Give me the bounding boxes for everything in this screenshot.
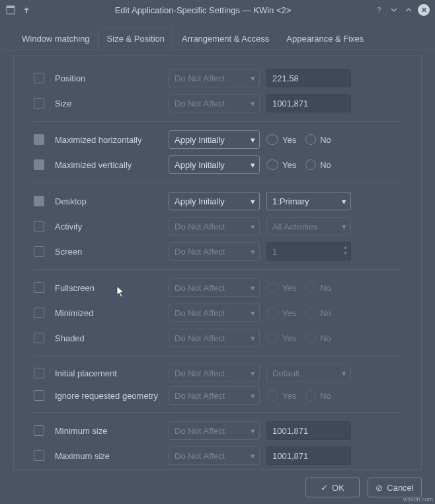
fullscreen-label: Fullscreen	[51, 283, 162, 293]
cancel-button[interactable]: ⊘Cancel	[368, 478, 422, 497]
position-label: Position	[51, 73, 162, 83]
shaded-checkbox[interactable]	[34, 333, 44, 343]
ignoregeom-rule-select: Do Not Affect▾	[169, 386, 260, 405]
fullscreen-no-radio	[305, 282, 316, 293]
shaded-no-radio	[305, 333, 316, 343]
maxsize-rule-select: Do Not Affect▾	[169, 446, 260, 465]
desktop-checkbox[interactable]	[34, 196, 44, 206]
desktop-rule-select[interactable]: Apply Initially▾	[169, 192, 260, 210]
tab-size-position[interactable]: Size & Position	[99, 28, 173, 50]
svg-rect-1	[7, 6, 15, 8]
maxh-no-radio[interactable]	[305, 134, 316, 145]
ignoregeom-label: Ignore requested geometry	[51, 391, 162, 401]
shaded-label: Shaded	[51, 333, 162, 343]
minimized-rule-select: Do Not Affect▾	[169, 304, 260, 322]
check-icon: ✓	[321, 483, 328, 493]
ignoregeom-yes-radio	[266, 390, 278, 401]
screen-label: Screen	[51, 247, 162, 257]
pin-icon[interactable]	[21, 5, 32, 15]
window-title: Edit Application-Specific Settings — KWi…	[32, 5, 374, 15]
maxh-checkbox[interactable]	[34, 134, 44, 145]
activity-rule-select: Do Not Affect▾	[169, 217, 260, 235]
fullscreen-checkbox[interactable]	[34, 282, 44, 293]
watermark: wsxdn.com	[403, 496, 433, 503]
minimized-no-radio	[305, 308, 316, 318]
maxv-checkbox[interactable]	[34, 159, 44, 170]
placement-rule-select: Do Not Affect▾	[169, 364, 260, 382]
minsize-label: Minimum size	[51, 426, 162, 436]
size-checkbox[interactable]	[34, 98, 44, 108]
size-label: Size	[51, 99, 162, 108]
maxv-label: Maximized vertically	[51, 160, 162, 170]
tab-window-matching[interactable]: Window matching	[13, 28, 99, 50]
minsize-rule-select: Do Not Affect▾	[169, 421, 260, 440]
maxsize-label: Maximum size	[51, 451, 162, 461]
fullscreen-rule-select: Do Not Affect▾	[169, 278, 260, 297]
size-rule-select: Do Not Affect▾	[169, 94, 260, 112]
ignoregeom-checkbox[interactable]	[34, 390, 44, 401]
app-menu-icon[interactable]	[5, 5, 16, 15]
desktop-label: Desktop	[51, 196, 162, 206]
tab-bar: Window matching Size & Position Arrangem…	[0, 20, 435, 50]
screen-checkbox[interactable]	[34, 246, 44, 257]
desktop-value-select[interactable]: 1:Primary▾	[266, 192, 351, 210]
position-value[interactable]: 221,58	[266, 69, 351, 87]
maxh-label: Maximized horizontally	[51, 135, 162, 145]
maxsize-checkbox[interactable]	[34, 450, 44, 461]
maxsize-value[interactable]: 1001,871	[266, 446, 351, 465]
minimize-icon[interactable]	[389, 5, 399, 15]
position-rule-select: Do Not Affect▾	[169, 69, 260, 87]
help-icon[interactable]: ?	[374, 5, 385, 15]
minimized-label: Minimized	[51, 308, 162, 318]
placement-label: Initial placement	[51, 368, 162, 378]
tab-arrangement-access[interactable]: Arrangement & Access	[173, 28, 278, 50]
cancel-icon: ⊘	[376, 483, 383, 493]
maxv-no-radio[interactable]	[305, 159, 316, 170]
maxh-yes-radio[interactable]	[266, 134, 278, 145]
size-value[interactable]: 1001,871	[266, 94, 351, 112]
shaded-rule-select: Do Not Affect▾	[169, 329, 260, 347]
minsize-checkbox[interactable]	[34, 425, 44, 436]
maxv-yes-radio[interactable]	[266, 159, 278, 170]
svg-text:?: ?	[377, 6, 381, 14]
titlebar: Edit Application-Specific Settings — KWi…	[0, 0, 435, 20]
settings-panel: Position Do Not Affect▾ 221,58 Size Do N…	[13, 56, 422, 470]
minimized-checkbox[interactable]	[34, 308, 44, 318]
minimized-yes-radio	[266, 308, 278, 318]
placement-value-select: Default▾	[266, 364, 351, 382]
position-checkbox[interactable]	[34, 73, 44, 83]
screen-value-spin: 1▲▼	[266, 242, 351, 261]
maximize-icon[interactable]	[403, 5, 414, 15]
shaded-yes-radio	[266, 333, 278, 343]
ok-button[interactable]: ✓OK	[305, 478, 360, 497]
activity-label: Activity	[51, 222, 162, 231]
tab-appearance-fixes[interactable]: Appearance & Fixes	[278, 28, 372, 50]
minsize-value[interactable]: 1001,871	[266, 421, 351, 440]
fullscreen-yes-radio	[266, 282, 278, 293]
ignoregeom-no-radio	[305, 390, 316, 401]
screen-rule-select: Do Not Affect▾	[169, 242, 260, 261]
close-icon[interactable]: ✕	[418, 4, 430, 16]
activity-value-select: All Activities▾	[266, 217, 351, 235]
placement-checkbox[interactable]	[34, 368, 44, 378]
activity-checkbox[interactable]	[34, 221, 44, 231]
maxv-rule-select[interactable]: Apply Initially▾	[169, 155, 260, 174]
maxh-rule-select[interactable]: Apply Initially▾	[169, 130, 260, 149]
